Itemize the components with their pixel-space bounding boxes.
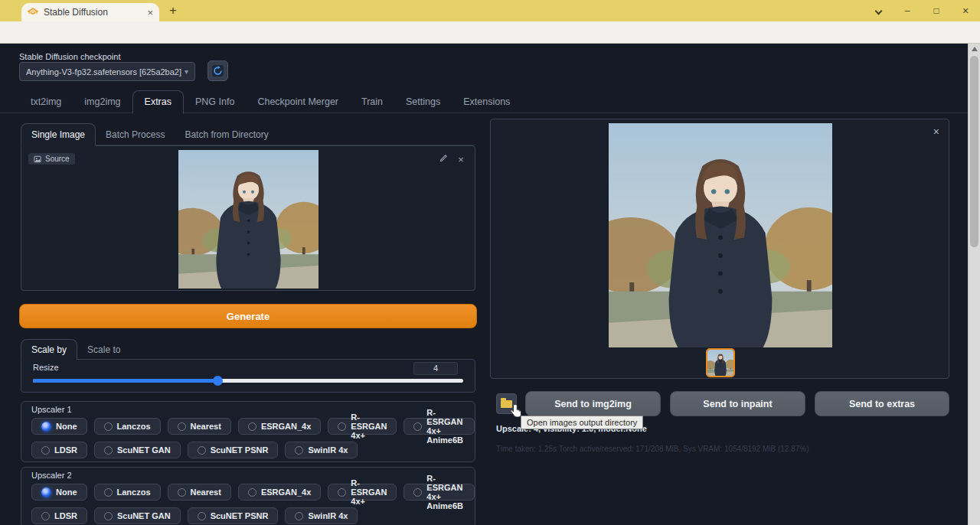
site-favicon-icon xyxy=(28,7,38,18)
radio-scunet-gan[interactable]: ScuNET GAN xyxy=(94,507,181,524)
slider-fill xyxy=(33,379,218,383)
radio-label: R-ESRGAN 4x+ xyxy=(351,478,387,506)
radio-none[interactable]: None xyxy=(31,418,87,435)
radio-esrgan-4x[interactable]: ESRGAN_4x xyxy=(238,484,321,501)
tab-checkpoint-merger[interactable]: Checkpoint Merger xyxy=(246,91,350,113)
radio-nearest[interactable]: Nearest xyxy=(168,484,231,501)
tab-extensions[interactable]: Extensions xyxy=(452,91,521,113)
mouse-cursor-icon xyxy=(508,403,524,419)
radio-icon xyxy=(104,446,113,455)
tab-scale-to[interactable]: Scale to xyxy=(77,340,130,360)
radio-label: SwinIR 4x xyxy=(308,511,348,520)
radio-label: None xyxy=(56,422,77,431)
radio-icon xyxy=(178,422,186,431)
subtab-single-image[interactable]: Single Image xyxy=(21,123,96,146)
radio-ldsr[interactable]: LDSR xyxy=(31,507,87,524)
resize-slider[interactable] xyxy=(33,379,463,383)
radio-ldsr[interactable]: LDSR xyxy=(31,442,87,458)
radio-none[interactable]: None xyxy=(31,484,87,501)
radio-scunet-psnr[interactable]: ScuNET PSNR xyxy=(188,507,279,524)
radio-label: ScuNET PSNR xyxy=(211,511,269,520)
source-image[interactable] xyxy=(178,150,318,289)
radio-label: LDSR xyxy=(54,511,77,520)
radio-icon xyxy=(295,512,303,520)
tab-scale-by[interactable]: Scale by xyxy=(21,339,77,360)
image-icon xyxy=(34,155,41,163)
scrollbar-up-icon[interactable] xyxy=(972,47,978,51)
scale-tab-bar: Scale by Scale to xyxy=(21,339,130,360)
window-close-button[interactable]: × xyxy=(959,5,972,17)
source-chip: Source xyxy=(28,153,75,165)
radio-label: Nearest xyxy=(191,488,221,497)
tab-close-icon[interactable]: × xyxy=(147,8,153,18)
checkpoint-value: Anything-V3-fp32.safetensors [625a2ba2] xyxy=(26,67,185,77)
browser-tabstrip: Stable Diffusion × + – □ × xyxy=(0,0,980,21)
send-to-img2img-button[interactable]: Send to img2img xyxy=(525,391,661,416)
radio-icon xyxy=(413,488,422,497)
window-minimize-button[interactable]: – xyxy=(900,5,914,17)
tab-train[interactable]: Train xyxy=(350,91,394,113)
radio-label: R-ESRGAN 4x+ xyxy=(351,412,387,440)
webui-page: Stable Diffusion checkpoint Anything-V3-… xyxy=(0,44,968,525)
source-image-dropzone[interactable]: Source × xyxy=(21,145,475,291)
radio-scunet-gan[interactable]: ScuNET GAN xyxy=(94,442,181,458)
radio-icon xyxy=(104,422,113,431)
upscaler2-row2: LDSR ScuNET GAN ScuNET PSNR SwinIR 4x xyxy=(31,507,358,524)
upscaler1-row1: None Lanczos Nearest ESRGAN_4x R-ESRGAN … xyxy=(31,418,475,435)
resize-panel: Resize 4 xyxy=(21,359,475,393)
result-image[interactable] xyxy=(609,123,832,347)
tab-png-info[interactable]: PNG Info xyxy=(184,91,246,113)
footer-stats-text: Time taken: 1.25s Torch active/reserved:… xyxy=(496,445,809,453)
result-gallery-panel: × xyxy=(490,119,949,379)
resize-label: Resize xyxy=(33,363,59,372)
send-to-inpaint-button[interactable]: Send to inpaint xyxy=(670,391,805,416)
upscaler1-panel: Upscaler 1 None Lanczos Nearest ESRGAN_4… xyxy=(21,401,475,462)
browser-toolbar: ← → i 127.0.0.1:7860 ★ G ⋮ xyxy=(0,21,980,44)
tab-txt2img[interactable]: txt2img xyxy=(19,91,73,113)
upscaler2-panel: Upscaler 2 None Lanczos Nearest ESRGAN_4… xyxy=(21,467,475,525)
tab-extras[interactable]: Extras xyxy=(132,90,184,114)
radio-scunet-psnr[interactable]: ScuNET PSNR xyxy=(188,442,279,458)
browser-tab[interactable]: Stable Diffusion × xyxy=(21,3,159,21)
extras-subtab-bar: Single Image Batch Process Batch from Di… xyxy=(21,122,279,145)
new-tab-button[interactable]: + xyxy=(165,3,181,18)
window-maximize-button[interactable]: □ xyxy=(929,5,943,17)
clear-image-icon[interactable]: × xyxy=(455,154,467,165)
radio-r-esrgan-anime6b[interactable]: R-ESRGAN 4x+ Anime6B xyxy=(403,418,475,435)
radio-lanczos[interactable]: Lanczos xyxy=(94,418,161,435)
radio-label: ScuNET GAN xyxy=(117,445,171,455)
radio-label: ScuNET PSNR xyxy=(211,445,269,455)
subtab-batch-from-directory[interactable]: Batch from Directory xyxy=(175,124,278,145)
slider-handle[interactable] xyxy=(213,376,223,386)
window-chevron-button[interactable] xyxy=(871,5,885,17)
tab-img2img[interactable]: img2img xyxy=(73,91,132,113)
subtab-batch-process[interactable]: Batch Process xyxy=(96,124,175,145)
radio-esrgan-4x[interactable]: ESRGAN_4x xyxy=(238,418,321,435)
radio-icon xyxy=(178,488,186,497)
send-to-extras-button[interactable]: Send to extras xyxy=(815,391,949,416)
radio-label: ESRGAN_4x xyxy=(261,488,311,497)
radio-label: Nearest xyxy=(191,422,221,431)
generate-button[interactable]: Generate xyxy=(19,304,477,328)
upscaler1-row2: LDSR ScuNET GAN ScuNET PSNR SwinIR 4x xyxy=(31,442,358,458)
resize-value-input[interactable]: 4 xyxy=(413,362,458,375)
gallery-thumbnail[interactable] xyxy=(706,348,735,377)
radio-icon xyxy=(338,488,346,497)
page-scrollbar[interactable] xyxy=(968,44,980,525)
radio-lanczos[interactable]: Lanczos xyxy=(94,484,161,501)
refresh-checkpoints-button[interactable] xyxy=(207,60,228,81)
edit-image-icon[interactable] xyxy=(439,154,452,162)
radio-swinir-4x[interactable]: SwinIR 4x xyxy=(285,442,358,458)
tab-settings[interactable]: Settings xyxy=(394,91,452,113)
scrollbar-thumb[interactable] xyxy=(970,56,978,247)
radio-icon xyxy=(248,422,256,431)
gallery-close-icon[interactable]: × xyxy=(933,126,939,138)
radio-swinir-4x[interactable]: SwinIR 4x xyxy=(285,507,358,524)
radio-r-esrgan-anime6b[interactable]: R-ESRGAN 4x+ Anime6B xyxy=(403,484,475,501)
checkpoint-dropdown[interactable]: Anything-V3-fp32.safetensors [625a2ba2] … xyxy=(19,62,195,81)
radio-label: R-ESRGAN 4x+ Anime6B xyxy=(426,408,465,445)
radio-nearest[interactable]: Nearest xyxy=(168,418,231,435)
radio-icon xyxy=(41,446,50,455)
radio-r-esrgan-4x[interactable]: R-ESRGAN 4x+ xyxy=(328,418,397,435)
radio-r-esrgan-4x[interactable]: R-ESRGAN 4x+ xyxy=(328,484,397,501)
